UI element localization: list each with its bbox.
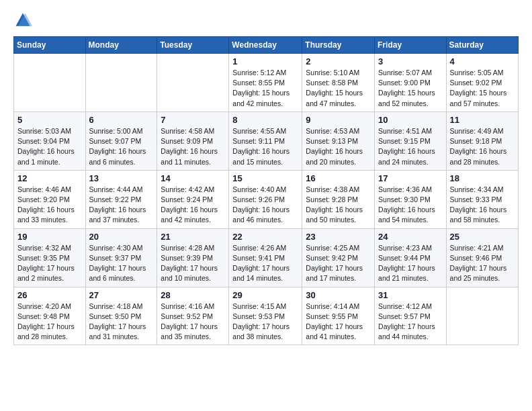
day-header-wednesday: Wednesday bbox=[229, 37, 302, 54]
day-number: 22 bbox=[232, 232, 298, 242]
day-info: Sunrise: 4:38 AM Sunset: 9:28 PM Dayligh… bbox=[306, 185, 371, 226]
day-number: 21 bbox=[161, 232, 225, 242]
day-cell: 23Sunrise: 4:25 AM Sunset: 9:42 PM Dayli… bbox=[302, 228, 375, 287]
day-number: 13 bbox=[89, 173, 154, 183]
day-info: Sunrise: 4:20 AM Sunset: 9:48 PM Dayligh… bbox=[17, 302, 82, 342]
day-info: Sunrise: 5:00 AM Sunset: 9:07 PM Dayligh… bbox=[89, 126, 154, 167]
day-info: Sunrise: 4:53 AM Sunset: 9:13 PM Dayligh… bbox=[306, 126, 371, 167]
day-cell: 5Sunrise: 5:03 AM Sunset: 9:04 PM Daylig… bbox=[14, 111, 86, 170]
day-info: Sunrise: 4:23 AM Sunset: 9:44 PM Dayligh… bbox=[378, 243, 443, 284]
day-number: 11 bbox=[450, 115, 515, 125]
week-row-4: 19Sunrise: 4:32 AM Sunset: 9:35 PM Dayli… bbox=[14, 228, 519, 287]
week-row-3: 12Sunrise: 4:46 AM Sunset: 9:20 PM Dayli… bbox=[14, 170, 519, 228]
logo-icon bbox=[13, 11, 32, 30]
day-cell: 27Sunrise: 4:18 AM Sunset: 9:50 PM Dayli… bbox=[85, 287, 157, 345]
day-header-friday: Friday bbox=[375, 37, 447, 54]
day-header-monday: Monday bbox=[85, 37, 157, 54]
day-number: 1 bbox=[232, 56, 298, 66]
day-number: 4 bbox=[450, 56, 515, 66]
day-number: 19 bbox=[17, 232, 82, 242]
day-cell bbox=[14, 54, 86, 112]
day-info: Sunrise: 5:10 AM Sunset: 8:58 PM Dayligh… bbox=[306, 68, 371, 109]
day-number: 7 bbox=[161, 115, 225, 125]
day-info: Sunrise: 4:28 AM Sunset: 9:39 PM Dayligh… bbox=[161, 243, 225, 284]
week-row-2: 5Sunrise: 5:03 AM Sunset: 9:04 PM Daylig… bbox=[14, 111, 519, 170]
day-number: 30 bbox=[306, 290, 371, 300]
day-cell: 6Sunrise: 5:00 AM Sunset: 9:07 PM Daylig… bbox=[85, 111, 157, 170]
day-cell: 31Sunrise: 4:12 AM Sunset: 9:57 PM Dayli… bbox=[375, 287, 447, 345]
day-cell: 20Sunrise: 4:30 AM Sunset: 9:37 PM Dayli… bbox=[85, 228, 157, 287]
day-cell: 26Sunrise: 4:20 AM Sunset: 9:48 PM Dayli… bbox=[14, 287, 86, 345]
day-cell: 13Sunrise: 4:44 AM Sunset: 9:22 PM Dayli… bbox=[85, 170, 157, 228]
header-row: SundayMondayTuesdayWednesdayThursdayFrid… bbox=[14, 37, 519, 54]
day-info: Sunrise: 4:55 AM Sunset: 9:11 PM Dayligh… bbox=[232, 126, 298, 167]
day-number: 12 bbox=[17, 173, 82, 183]
day-number: 18 bbox=[450, 173, 515, 183]
day-cell: 25Sunrise: 4:21 AM Sunset: 9:46 PM Dayli… bbox=[446, 228, 518, 287]
day-number: 14 bbox=[161, 173, 225, 183]
day-number: 16 bbox=[306, 173, 371, 183]
day-info: Sunrise: 5:05 AM Sunset: 9:02 PM Dayligh… bbox=[450, 68, 515, 109]
day-cell: 17Sunrise: 4:36 AM Sunset: 9:30 PM Dayli… bbox=[375, 170, 447, 228]
day-cell bbox=[85, 54, 157, 112]
day-info: Sunrise: 4:58 AM Sunset: 9:09 PM Dayligh… bbox=[161, 126, 225, 167]
day-info: Sunrise: 4:26 AM Sunset: 9:41 PM Dayligh… bbox=[232, 243, 298, 284]
day-info: Sunrise: 5:07 AM Sunset: 9:00 PM Dayligh… bbox=[378, 68, 443, 109]
day-info: Sunrise: 4:16 AM Sunset: 9:52 PM Dayligh… bbox=[161, 302, 225, 342]
day-info: Sunrise: 4:42 AM Sunset: 9:24 PM Dayligh… bbox=[161, 185, 225, 226]
day-number: 26 bbox=[17, 290, 82, 300]
day-cell: 30Sunrise: 4:14 AM Sunset: 9:55 PM Dayli… bbox=[302, 287, 375, 345]
day-info: Sunrise: 4:36 AM Sunset: 9:30 PM Dayligh… bbox=[378, 185, 443, 226]
day-cell: 16Sunrise: 4:38 AM Sunset: 9:28 PM Dayli… bbox=[302, 170, 375, 228]
day-info: Sunrise: 4:14 AM Sunset: 9:55 PM Dayligh… bbox=[306, 302, 371, 342]
day-header-sunday: Sunday bbox=[14, 37, 86, 54]
day-number: 17 bbox=[378, 173, 443, 183]
day-info: Sunrise: 4:49 AM Sunset: 9:18 PM Dayligh… bbox=[450, 126, 515, 167]
day-cell: 1Sunrise: 5:12 AM Sunset: 8:55 PM Daylig… bbox=[229, 54, 302, 112]
day-info: Sunrise: 5:03 AM Sunset: 9:04 PM Dayligh… bbox=[17, 126, 82, 167]
day-info: Sunrise: 4:15 AM Sunset: 9:53 PM Dayligh… bbox=[232, 302, 298, 342]
day-header-thursday: Thursday bbox=[302, 37, 375, 54]
calendar-body: 1Sunrise: 5:12 AM Sunset: 8:55 PM Daylig… bbox=[14, 54, 519, 345]
day-cell: 14Sunrise: 4:42 AM Sunset: 9:24 PM Dayli… bbox=[157, 170, 229, 228]
day-header-tuesday: Tuesday bbox=[157, 37, 229, 54]
day-header-saturday: Saturday bbox=[446, 37, 518, 54]
week-row-1: 1Sunrise: 5:12 AM Sunset: 8:55 PM Daylig… bbox=[14, 54, 519, 112]
day-cell: 9Sunrise: 4:53 AM Sunset: 9:13 PM Daylig… bbox=[302, 111, 375, 170]
day-info: Sunrise: 4:12 AM Sunset: 9:57 PM Dayligh… bbox=[378, 302, 443, 342]
day-info: Sunrise: 4:46 AM Sunset: 9:20 PM Dayligh… bbox=[17, 185, 82, 226]
day-number: 31 bbox=[378, 290, 443, 300]
day-number: 27 bbox=[89, 290, 154, 300]
calendar-header: SundayMondayTuesdayWednesdayThursdayFrid… bbox=[14, 37, 519, 54]
day-number: 2 bbox=[306, 56, 371, 66]
calendar: SundayMondayTuesdayWednesdayThursdayFrid… bbox=[13, 36, 519, 345]
day-number: 9 bbox=[306, 115, 371, 125]
day-cell: 4Sunrise: 5:05 AM Sunset: 9:02 PM Daylig… bbox=[446, 54, 518, 112]
day-number: 24 bbox=[378, 232, 443, 242]
day-info: Sunrise: 4:21 AM Sunset: 9:46 PM Dayligh… bbox=[450, 243, 515, 284]
day-cell bbox=[446, 287, 518, 345]
day-number: 8 bbox=[232, 115, 298, 125]
day-info: Sunrise: 4:30 AM Sunset: 9:37 PM Dayligh… bbox=[89, 243, 154, 284]
day-cell: 12Sunrise: 4:46 AM Sunset: 9:20 PM Dayli… bbox=[14, 170, 86, 228]
day-number: 23 bbox=[306, 232, 371, 242]
header bbox=[13, 11, 519, 30]
day-info: Sunrise: 5:12 AM Sunset: 8:55 PM Dayligh… bbox=[232, 68, 298, 109]
day-cell: 28Sunrise: 4:16 AM Sunset: 9:52 PM Dayli… bbox=[157, 287, 229, 345]
day-number: 20 bbox=[89, 232, 154, 242]
day-cell: 3Sunrise: 5:07 AM Sunset: 9:00 PM Daylig… bbox=[375, 54, 447, 112]
day-info: Sunrise: 4:34 AM Sunset: 9:33 PM Dayligh… bbox=[450, 185, 515, 226]
day-cell: 2Sunrise: 5:10 AM Sunset: 8:58 PM Daylig… bbox=[302, 54, 375, 112]
day-number: 5 bbox=[17, 115, 82, 125]
day-cell: 29Sunrise: 4:15 AM Sunset: 9:53 PM Dayli… bbox=[229, 287, 302, 345]
day-info: Sunrise: 4:51 AM Sunset: 9:15 PM Dayligh… bbox=[378, 126, 443, 167]
page: SundayMondayTuesdayWednesdayThursdayFrid… bbox=[0, 0, 532, 353]
day-info: Sunrise: 4:32 AM Sunset: 9:35 PM Dayligh… bbox=[17, 243, 82, 284]
day-cell: 10Sunrise: 4:51 AM Sunset: 9:15 PM Dayli… bbox=[375, 111, 447, 170]
day-number: 28 bbox=[161, 290, 225, 300]
day-cell: 19Sunrise: 4:32 AM Sunset: 9:35 PM Dayli… bbox=[14, 228, 86, 287]
week-row-5: 26Sunrise: 4:20 AM Sunset: 9:48 PM Dayli… bbox=[14, 287, 519, 345]
day-info: Sunrise: 4:18 AM Sunset: 9:50 PM Dayligh… bbox=[89, 302, 154, 342]
day-number: 25 bbox=[450, 232, 515, 242]
day-number: 15 bbox=[232, 173, 298, 183]
